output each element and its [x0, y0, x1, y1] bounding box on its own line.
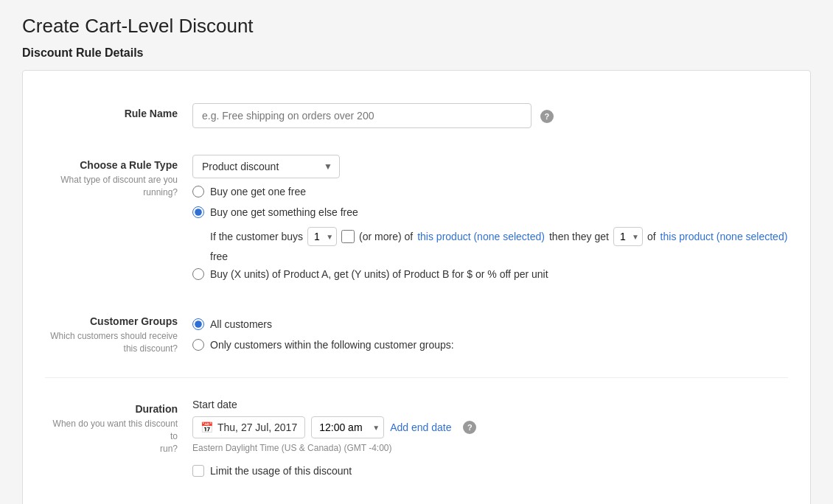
- section-title: Discount Rule Details: [22, 46, 811, 60]
- qty2-select[interactable]: 12345: [613, 227, 643, 246]
- limit-label: Limit the usage of this discount: [210, 465, 352, 477]
- radio-bulk[interactable]: [192, 268, 204, 280]
- product2-link[interactable]: this product (none selected): [661, 231, 788, 242]
- qty1-select[interactable]: 12345: [307, 227, 337, 246]
- rule-name-row: Rule Name ?: [23, 91, 810, 140]
- form-divider: [45, 377, 788, 378]
- customer-groups-control: All customers Only customers within the …: [192, 311, 788, 360]
- rule-name-label: Rule Name: [45, 108, 178, 119]
- rule-type-label-col: Choose a Rule Type What type of discount…: [45, 155, 192, 199]
- duration-row: Duration When do you want this discount …: [23, 384, 810, 489]
- rule-name-control: ?: [192, 103, 788, 128]
- duration-control: Start date 📅 Thu, 27 Jul, 2017 12:00 am …: [192, 399, 788, 477]
- start-date-label: Start date: [192, 399, 788, 410]
- duration-label-col: Duration When do you want this discount …: [45, 399, 192, 455]
- add-end-date-link[interactable]: Add end date: [390, 421, 451, 433]
- radio-bogse[interactable]: [192, 206, 204, 218]
- qty1-select-wrapper: 12345 ▼: [307, 227, 337, 246]
- radio-bogse-item: Buy one get something else free: [192, 206, 788, 218]
- radio-specific-groups[interactable]: [192, 339, 204, 351]
- discount-type-radio-group: Buy one get one free Buy one get somethi…: [192, 186, 788, 280]
- customer-groups-hint: Which customers should receive this disc…: [45, 330, 178, 355]
- calendar-icon: 📅: [201, 421, 213, 433]
- limit-checkbox[interactable]: [192, 465, 204, 477]
- then-label: then they get: [549, 231, 609, 242]
- customer-groups-label: Customer Groups: [45, 315, 178, 327]
- of-label: of: [647, 231, 656, 242]
- duration-label: Duration: [45, 403, 178, 415]
- or-more-checkbox[interactable]: [341, 230, 355, 243]
- radio-bogo-label: Buy one get one free: [210, 186, 306, 197]
- rule-name-help-icon[interactable]: ?: [540, 110, 554, 123]
- rule-type-row: Choose a Rule Type What type of discount…: [23, 140, 810, 301]
- radio-bogse-label: Buy one get something else free: [210, 206, 358, 218]
- rule-type-hint: What type of discount are you running?: [45, 174, 178, 199]
- rule-name-label-col: Rule Name: [45, 103, 192, 119]
- page-title: Create Cart-Level Discount: [22, 15, 811, 38]
- duration-help-icon[interactable]: ?: [463, 421, 476, 434]
- date-input-wrapper: 📅 Thu, 27 Jul, 2017: [192, 416, 305, 438]
- discount-form-card: Rule Name ? Choose a Rule Type What type…: [22, 70, 811, 504]
- radio-bogo[interactable]: [192, 186, 204, 197]
- condition-prefix: If the customer buys: [210, 231, 303, 242]
- condition-row: If the customer buys 12345 ▼ (or more) o…: [210, 227, 788, 262]
- radio-specific-groups-item: Only customers within the following cust…: [192, 339, 788, 351]
- rule-type-select-wrapper: Product discount Order discount Shipping…: [192, 155, 340, 178]
- radio-bogo-item: Buy one get one free: [192, 186, 788, 197]
- radio-specific-groups-label: Only customers within the following cust…: [210, 339, 454, 351]
- date-value: Thu, 27 Jul, 2017: [217, 421, 297, 433]
- product1-link[interactable]: this product (none selected): [417, 231, 545, 242]
- radio-all-customers-label: All customers: [210, 318, 272, 330]
- rule-type-control: Product discount Order discount Shipping…: [192, 155, 788, 289]
- radio-all-customers[interactable]: [192, 318, 204, 330]
- customer-groups-row: Customer Groups Which customers should r…: [23, 301, 810, 371]
- date-row: 📅 Thu, 27 Jul, 2017 12:00 am 1:00 am 6:0…: [192, 416, 788, 438]
- customer-groups-label-col: Customer Groups Which customers should r…: [45, 311, 192, 355]
- rule-type-select[interactable]: Product discount Order discount Shipping…: [192, 155, 340, 178]
- radio-all-customers-item: All customers: [192, 318, 788, 330]
- radio-bulk-label: Buy (X units) of Product A, get (Y units…: [210, 268, 548, 280]
- rule-name-input[interactable]: [192, 103, 531, 128]
- timezone-text: Eastern Daylight Time (US & Canada) (GMT…: [192, 443, 788, 453]
- time-select[interactable]: 12:00 am 1:00 am 6:00 am 12:00 pm: [311, 416, 384, 438]
- free-label: free: [210, 251, 228, 262]
- or-more-label: (or more) of: [359, 231, 413, 242]
- time-select-wrapper: 12:00 am 1:00 am 6:00 am 12:00 pm ▼: [311, 416, 384, 438]
- qty2-select-wrapper: 12345 ▼: [613, 227, 643, 246]
- radio-bulk-item: Buy (X units) of Product A, get (Y units…: [192, 268, 788, 280]
- rule-type-label: Choose a Rule Type: [45, 159, 178, 171]
- duration-hint: When do you want this discount to run?: [45, 418, 178, 455]
- limit-usage-row: Limit the usage of this discount: [192, 465, 788, 477]
- customer-groups-radio-group: All customers Only customers within the …: [192, 318, 788, 351]
